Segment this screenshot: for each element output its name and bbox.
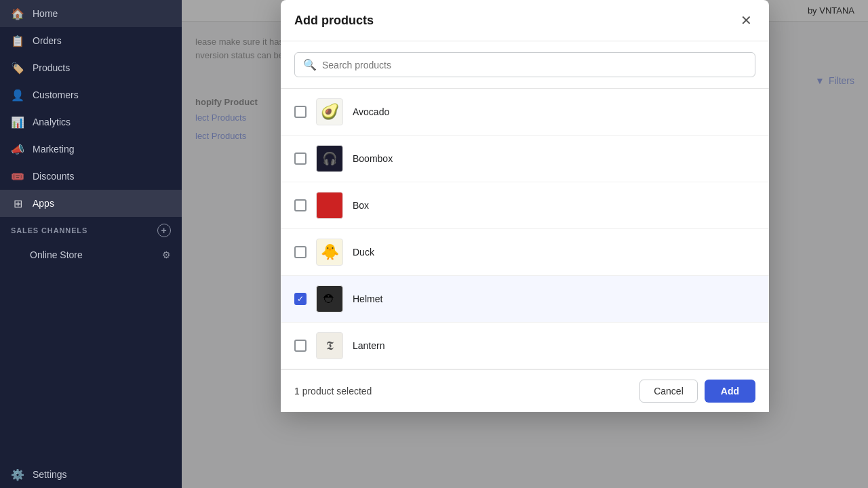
gear-icon: ⚙ (162, 249, 171, 260)
modal-footer: 1 product selected Cancel Add (281, 369, 769, 412)
analytics-icon: 📊 (11, 115, 24, 129)
home-icon: 🏠 (11, 7, 24, 20)
sidebar-item-marketing[interactable]: 📣 Marketing (0, 136, 182, 163)
search-container: 🔍 (281, 41, 769, 89)
selected-count: 1 product selected (294, 386, 372, 396)
sidebar-item-discounts[interactable]: 🎟️ Discounts (0, 163, 182, 190)
product-thumb-lantern: 𝕿 (316, 332, 343, 359)
search-input[interactable] (322, 60, 747, 70)
product-thumb-avocado: 🥑 (316, 98, 343, 125)
products-icon: 🏷️ (11, 61, 24, 75)
sidebar-item-orders[interactable]: 📋 Orders (0, 27, 182, 54)
modal-overlay: Add products ✕ 🔍 🥑 Avocado (182, 0, 868, 488)
product-name-box: Box (353, 200, 369, 211)
product-name-boombox: Boombox (353, 153, 393, 164)
product-item-boombox[interactable]: 🎧 Boombox (281, 136, 769, 182)
close-button[interactable]: ✕ (736, 11, 755, 30)
sidebar-item-analytics[interactable]: 📊 Analytics (0, 108, 182, 136)
product-item-avocado[interactable]: 🥑 Avocado (281, 89, 769, 136)
sidebar-item-marketing-label: Marketing (33, 144, 74, 155)
add-button[interactable]: Add (705, 380, 755, 403)
checkbox-duck[interactable] (294, 246, 307, 258)
product-thumb-boombox: 🎧 (316, 145, 343, 172)
search-icon: 🔍 (303, 58, 317, 71)
product-item-duck[interactable]: 🐥 Duck (281, 229, 769, 276)
sidebar-item-analytics-label: Analytics (33, 117, 71, 127)
checkbox-avocado[interactable] (294, 106, 307, 118)
product-name-lantern: Lantern (353, 340, 384, 351)
add-products-modal: Add products ✕ 🔍 🥑 Avocado (281, 0, 769, 412)
sales-channels-section: SALES CHANNELS + (0, 217, 182, 244)
online-store-label: Online Store (30, 249, 83, 260)
sidebar-item-products-label: Products (33, 62, 70, 73)
product-thumb-duck: 🐥 (316, 239, 343, 266)
product-item-lantern[interactable]: 𝕿 Lantern (281, 323, 769, 369)
checkbox-boombox[interactable] (294, 152, 307, 165)
cancel-button[interactable]: Cancel (639, 380, 698, 403)
product-thumb-helmet: ⛑ (316, 285, 343, 312)
product-name-helmet: Helmet (353, 293, 382, 304)
sales-channels-label: SALES CHANNELS (11, 226, 87, 235)
sidebar-item-products[interactable]: 🏷️ Products (0, 54, 182, 81)
apps-icon: ⊞ (11, 197, 24, 210)
sidebar-item-apps-label: Apps (33, 198, 54, 209)
marketing-icon: 📣 (11, 142, 24, 156)
sidebar-item-home-label: Home (33, 8, 58, 19)
sidebar-item-apps[interactable]: ⊞ Apps (0, 190, 182, 217)
sidebar-item-customers-label: Customers (33, 89, 79, 100)
product-item-helmet[interactable]: ⛑ Helmet (281, 276, 769, 323)
sidebar-item-orders-label: Orders (33, 35, 62, 46)
customers-icon: 👤 (11, 88, 24, 102)
sidebar-item-customers[interactable]: 👤 Customers (0, 81, 182, 108)
modal-header: Add products ✕ (281, 0, 769, 41)
product-list: 🥑 Avocado 🎧 Boombox Box 🐥 Duck (281, 89, 769, 369)
product-item-box[interactable]: Box (281, 182, 769, 229)
product-thumb-box (316, 192, 343, 219)
orders-icon: 📋 (11, 34, 24, 47)
sidebar-item-discounts-label: Discounts (33, 171, 74, 182)
sidebar-item-online-store[interactable]: Online Store ⚙ (0, 244, 182, 266)
sidebar-item-settings[interactable]: ⚙️ Settings (0, 461, 182, 488)
search-input-wrap: 🔍 (294, 52, 755, 77)
modal-title: Add products (294, 14, 374, 28)
sidebar-item-settings-label: Settings (33, 469, 67, 480)
discounts-icon: 🎟️ (11, 169, 24, 183)
sidebar: 🏠 Home 📋 Orders 🏷️ Products 👤 Customers … (0, 0, 182, 488)
checkbox-helmet[interactable] (294, 293, 307, 305)
main-content: by VNTANA lease make sure it has been nv… (182, 0, 868, 488)
product-name-avocado: Avocado (353, 106, 389, 117)
footer-actions: Cancel Add (639, 380, 755, 403)
add-sales-channel-button[interactable]: + (157, 224, 171, 237)
sidebar-item-home[interactable]: 🏠 Home (0, 0, 182, 27)
checkbox-box[interactable] (294, 199, 307, 211)
checkbox-lantern[interactable] (294, 340, 307, 352)
product-name-duck: Duck (353, 247, 374, 258)
settings-icon: ⚙️ (11, 468, 24, 481)
